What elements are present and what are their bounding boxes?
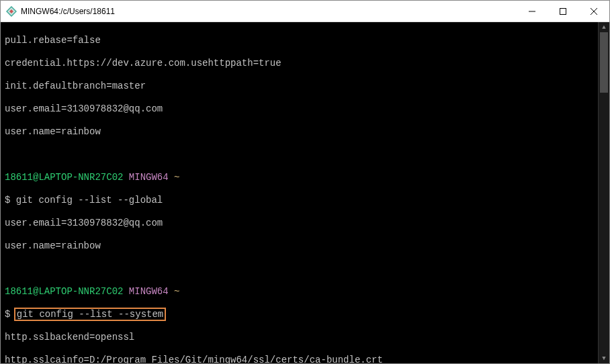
command-line: $ git config --list --global — [5, 195, 594, 206]
output-line: http.sslbackend=openssl — [5, 332, 594, 343]
blank-line — [5, 263, 594, 275]
prompt-dollar: $ — [5, 309, 10, 320]
prompt-user-host: 18611@LAPTOP-NNR27C02 — [5, 286, 123, 297]
output-line: pull.rebase=false — [5, 35, 594, 46]
output-line: user.email=3130978832@qq.com — [5, 103, 594, 115]
output-line: user.email=3130978832@qq.com — [5, 218, 594, 229]
scrollbar-thumb[interactable] — [600, 32, 608, 93]
output-line: user.name=rainbow — [5, 240, 594, 252]
command-text: git config --list --system — [17, 309, 163, 320]
output-line: user.name=rainbow — [5, 126, 594, 138]
prompt-path: ~ — [174, 172, 179, 183]
app-icon — [6, 6, 17, 17]
prompt-user-host: 18611@LAPTOP-NNR27C02 — [5, 172, 123, 183]
blank-line — [5, 149, 594, 161]
close-button[interactable] — [578, 1, 609, 21]
output-line: init.defaultbranch=master — [5, 81, 594, 92]
svg-rect-4 — [560, 8, 566, 14]
prompt-line: 18611@LAPTOP-NNR27C02 MINGW64 ~ — [5, 172, 594, 183]
output-line: http.sslcainfo=D:/Program Files/Git/ming… — [5, 355, 594, 363]
window-controls — [517, 1, 609, 21]
command-line-highlighted: $ git config --list --system — [5, 309, 594, 320]
titlebar[interactable]: MINGW64:/c/Users/18611 — [1, 1, 609, 22]
output-line: credential.https://dev.azure.com.usehttp… — [5, 58, 594, 69]
terminal-area[interactable]: pull.rebase=false credential.https://dev… — [1, 22, 609, 363]
maximize-button[interactable] — [548, 1, 578, 21]
prompt-path: ~ — [174, 286, 179, 297]
prompt-line: 18611@LAPTOP-NNR27C02 MINGW64 ~ — [5, 286, 594, 298]
minimize-button[interactable] — [517, 1, 548, 21]
scrollbar[interactable]: ▲ ▼ — [598, 22, 609, 363]
terminal-content[interactable]: pull.rebase=false credential.https://dev… — [1, 22, 598, 363]
terminal-window: MINGW64:/c/Users/18611 pull.rebase=false… — [0, 0, 610, 364]
prompt-env: MINGW64 — [129, 172, 169, 183]
scroll-down-icon[interactable]: ▼ — [599, 353, 609, 363]
scroll-up-icon[interactable]: ▲ — [599, 22, 609, 32]
highlight-box: git config --list --system — [14, 308, 166, 321]
window-title: MINGW64:/c/Users/18611 — [21, 7, 517, 16]
prompt-dollar: $ — [5, 195, 10, 206]
prompt-env: MINGW64 — [129, 286, 169, 297]
command-text: git config --list --global — [16, 195, 163, 206]
